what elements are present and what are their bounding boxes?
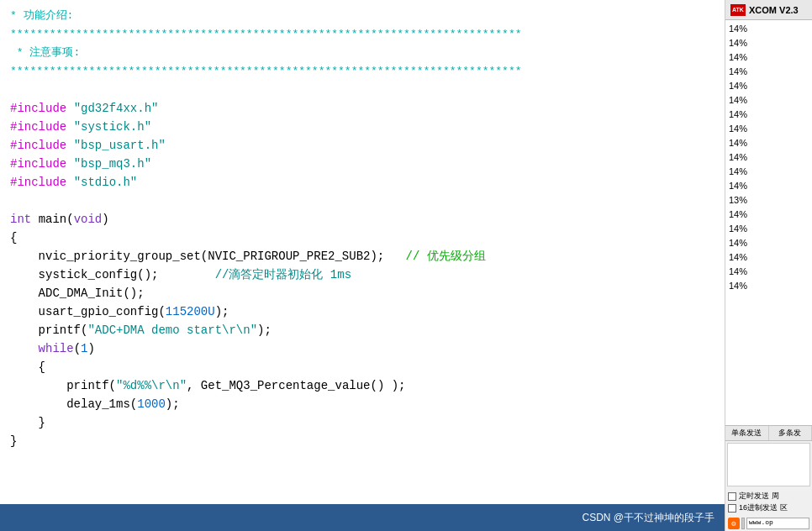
code-line-5 bbox=[10, 81, 714, 99]
timed-send-checkbox[interactable] bbox=[728, 492, 736, 501]
xcom-data-line: 14% bbox=[729, 36, 809, 50]
code-line-14: nvic_priority_group_set(NVIC_PRIGROUP_PR… bbox=[10, 247, 714, 266]
xcom-data-line: 14% bbox=[729, 222, 809, 236]
xcom-data-line: 14% bbox=[729, 93, 809, 108]
timed-send-row: 定时发送 周 bbox=[728, 491, 809, 502]
xcom-data-line: 14% bbox=[729, 22, 809, 36]
xcom-checkboxes: 定时发送 周 16进制发送 区 bbox=[725, 488, 812, 516]
gear-icon[interactable]: ⚙ bbox=[728, 518, 740, 529]
code-line-6: #include "gd32f4xx.h" bbox=[10, 99, 714, 118]
code-line-7: #include "systick.h" bbox=[10, 118, 714, 136]
xcom-data-line: 14% bbox=[729, 179, 809, 193]
code-line-11 bbox=[10, 192, 714, 210]
hex-send-label: 16进制发送 bbox=[739, 502, 778, 513]
code-line-23: } bbox=[10, 413, 714, 432]
tab-multi-send[interactable]: 多条发 bbox=[769, 426, 813, 440]
code-line-16: ADC_DMA_Init(); bbox=[10, 284, 714, 302]
xcom-data-line: 14% bbox=[729, 122, 809, 136]
xcom-header: ATK XCOM V2.3 bbox=[725, 0, 812, 20]
xcom-send-input[interactable] bbox=[727, 443, 810, 486]
hex-send-row: 16进制发送 区 bbox=[728, 502, 809, 513]
code-line-22: delay_1ms(1000); bbox=[10, 395, 714, 413]
code-line-13: { bbox=[10, 229, 714, 247]
tab-single-send[interactable]: 单条发送 bbox=[725, 426, 769, 440]
xcom-data-area: 14% 14% 14% 14% 14% 14% 14% 14% 14% 14% … bbox=[725, 20, 812, 425]
xcom-send-tabs: 单条发送 多条发 bbox=[725, 425, 812, 441]
hex-send-checkbox[interactable] bbox=[728, 504, 736, 513]
code-line-9: #include "bsp_mq3.h" bbox=[10, 155, 714, 173]
code-line-18: printf("ADC+DMA demo start\r\n"); bbox=[10, 321, 714, 339]
xcom-data-line: 14% bbox=[729, 150, 809, 165]
xcom-data-line: 14% bbox=[729, 250, 809, 265]
period-label: 周 bbox=[772, 491, 779, 502]
timed-send-label: 定时发送 bbox=[739, 491, 769, 502]
xcom-logo: ATK bbox=[730, 4, 746, 16]
xcom-data-line: 14% bbox=[729, 136, 809, 150]
code-line-2: ****************************************… bbox=[10, 25, 714, 44]
watermark-text: CSDN @干不过神坤的段子手 bbox=[582, 511, 714, 525]
code-line-21: printf("%d%%\r\n", Get_MQ3_Percentage_va… bbox=[10, 376, 714, 395]
url-prefix-text: www.op bbox=[749, 518, 773, 526]
code-line-4: ****************************************… bbox=[10, 62, 714, 81]
xcom-data-line: 14% bbox=[729, 108, 809, 122]
xcom-data-line: 14% bbox=[729, 208, 809, 222]
code-line-1: * 功能介绍: bbox=[10, 7, 714, 25]
xcom-panel: ATK XCOM V2.3 14% 14% 14% 14% 14% 14% 14… bbox=[725, 0, 812, 531]
xcom-url-row: ⚙ www.op bbox=[725, 516, 812, 531]
xcom-data-line: 14% bbox=[729, 279, 809, 293]
code-line-24: } bbox=[10, 432, 714, 450]
url-input[interactable]: www.op bbox=[746, 518, 809, 529]
code-line-17: usart_gpio_config(115200U); bbox=[10, 302, 714, 321]
code-line-3: * 注意事项: bbox=[10, 44, 714, 62]
watermark-bar: CSDN @干不过神坤的段子手 bbox=[0, 504, 725, 531]
code-line-15: systick_config(); //滴答定时器初始化 1ms bbox=[10, 266, 714, 284]
xcom-data-line: 14% bbox=[729, 236, 809, 250]
code-editor: * 功能介绍: ********************************… bbox=[0, 0, 725, 504]
xcom-data-line: 14% bbox=[729, 65, 809, 79]
code-line-20: { bbox=[10, 358, 714, 376]
code-line-12: int main(void) bbox=[10, 210, 714, 229]
xcom-data-line: 14% bbox=[729, 79, 809, 93]
xcom-title-text: XCOM V2.3 bbox=[749, 5, 799, 15]
code-line-19: while(1) bbox=[10, 339, 714, 358]
xcom-data-line: 14% bbox=[729, 50, 809, 65]
xcom-data-line: 13% bbox=[729, 193, 809, 208]
hex2-label: 区 bbox=[780, 502, 788, 513]
xcom-data-line: 14% bbox=[729, 165, 809, 179]
xcom-data-line: 14% bbox=[729, 265, 809, 279]
code-line-8: #include "bsp_usart.h" bbox=[10, 136, 714, 155]
dropdown-arrow[interactable] bbox=[741, 518, 745, 529]
code-line-10: #include "stdio.h" bbox=[10, 173, 714, 192]
